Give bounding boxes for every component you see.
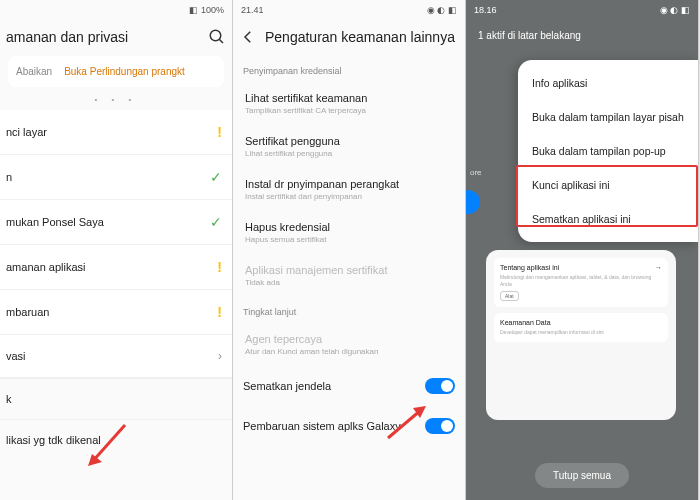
status-time: 21.41 — [241, 5, 264, 15]
setting-cert-management-app: Aplikasi manajemen sertifikat Tidak ada — [233, 254, 465, 297]
menu-pin-app[interactable]: Sematkan aplikasi ini — [518, 202, 698, 236]
card-section-title: Keamanan Data — [500, 319, 551, 326]
svg-point-0 — [210, 30, 221, 41]
toggle-switch[interactable] — [425, 418, 455, 434]
setting-view-security-certs[interactable]: Lihat sertifikat keamanan Tampilkan sert… — [233, 82, 465, 125]
open-protection-button[interactable]: Buka Perlindungan prangkt — [64, 66, 185, 77]
check-icon: ✓ — [210, 169, 222, 185]
status-time: 18.16 — [474, 5, 497, 15]
menu-split-screen[interactable]: Buka dalam tampilan layar pisah — [518, 100, 698, 134]
section-credential-storage: Penyimpanan kredensial — [233, 56, 465, 82]
warning-icon: ! — [217, 259, 222, 275]
screen-security-privacy: ◧ 100% amanan dan privasi Abaikan Buka P… — [0, 0, 233, 500]
search-icon[interactable] — [208, 28, 226, 46]
chevron-right-icon: › — [218, 349, 222, 363]
status-bar: 21.41 ◉ ◐ ◧ — [233, 0, 465, 20]
card-title: Tentang aplikasi ini — [500, 264, 559, 271]
settings-list: nci layar ! n ✓ mukan Ponsel Saya ✓ aman… — [0, 110, 232, 378]
setting-pin-windows[interactable]: Sematkan jendela — [233, 366, 465, 406]
setting-user-certs[interactable]: Sertifikat pengguna Lihat sertifikat pen… — [233, 125, 465, 168]
setting-app-security[interactable]: amanan aplikasi ! — [0, 245, 232, 290]
svg-line-1 — [219, 39, 223, 43]
page-title: amanan dan privasi — [6, 29, 200, 45]
page-indicator: • • • — [0, 95, 232, 104]
setting-privacy[interactable]: vasi › — [0, 335, 232, 378]
category-pill: Alat — [500, 291, 519, 301]
screen-other-security-settings: 21.41 ◉ ◐ ◧ Pengaturan keamanan lainnya … — [233, 0, 466, 500]
status-icons: ◉ ◐ ◧ — [427, 5, 457, 15]
warning-icon: ! — [217, 124, 222, 140]
protection-banner: Abaikan Buka Perlindungan prangkt — [8, 56, 224, 87]
arrow-right-icon: → — [655, 264, 662, 271]
card-section-desc: Developer dapat menampilkan informasi di… — [500, 329, 662, 336]
setting-unknown-apps[interactable]: likasi yg tdk dikenal — [0, 419, 232, 460]
toggle-edge — [466, 190, 480, 214]
menu-lock-app[interactable]: Kunci aplikasi ini — [518, 168, 698, 202]
setting-install-from-storage[interactable]: Instal dr pnyimpanan perangkat Instal se… — [233, 168, 465, 211]
section-advanced: Tingkat lanjut — [233, 297, 465, 323]
recent-app-card[interactable]: Tentang aplikasi ini → Melindungi dan me… — [486, 250, 676, 420]
status-icons: ◉ ◐ ◧ — [660, 5, 690, 15]
app-context-menu: Info aplikasi Buka dalam tampilan layar … — [518, 60, 698, 242]
card-description: Melindungi dan mengamankan aplikasi, tab… — [500, 274, 662, 287]
setting-lock-screen[interactable]: nci layar ! — [0, 110, 232, 155]
setting-find-my-phone[interactable]: mukan Ponsel Saya ✓ — [0, 200, 232, 245]
warning-icon: ! — [217, 304, 222, 320]
back-icon[interactable] — [239, 28, 257, 46]
screen-header: Pengaturan keamanan lainnya — [233, 20, 465, 56]
page-title: Pengaturan keamanan lainnya — [265, 29, 459, 45]
dismiss-button[interactable]: Abaikan — [16, 66, 52, 77]
toggle-switch[interactable] — [425, 378, 455, 394]
setting-updates[interactable]: mbaruan ! — [0, 290, 232, 335]
setting-item[interactable]: n ✓ — [0, 155, 232, 200]
menu-popup-view[interactable]: Buka dalam tampilan pop-up — [518, 134, 698, 168]
setting-trusted-agents: Agen tepercaya Atur dan Kunci aman telah… — [233, 323, 465, 366]
status-bar: ◧ 100% — [0, 0, 232, 20]
screen-header: amanan dan privasi — [0, 20, 232, 56]
menu-app-info[interactable]: Info aplikasi — [518, 66, 698, 100]
app-label-fragment: ore — [470, 168, 482, 177]
setting-clear-credentials[interactable]: Hapus kredensial Hapus semua sertifikat — [233, 211, 465, 254]
screen-recents: 18.16 ◉ ◐ ◧ 1 aktif di latar belakang or… — [466, 0, 699, 500]
close-all-button[interactable]: Tutup semua — [535, 463, 629, 488]
setting-galaxy-system-update[interactable]: Pembaruan sistem aplks Galaxy — [233, 406, 465, 446]
setting-item-k[interactable]: k — [0, 378, 232, 419]
background-apps-label[interactable]: 1 aktif di latar belakang — [466, 20, 698, 51]
status-battery: ◧ 100% — [189, 5, 224, 15]
status-bar: 18.16 ◉ ◐ ◧ — [466, 0, 698, 20]
check-icon: ✓ — [210, 214, 222, 230]
